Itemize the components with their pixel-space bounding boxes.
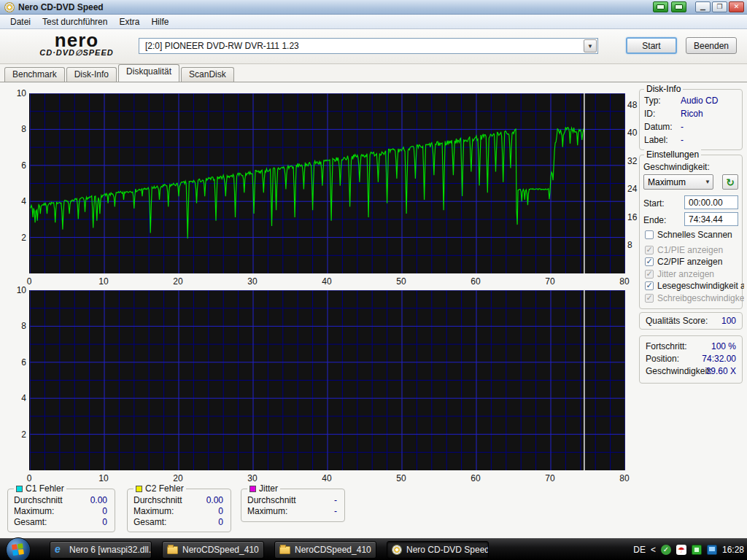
- geschwindigkeit-value: 39.60 X: [706, 366, 736, 376]
- checkbox-icon: [645, 270, 654, 279]
- windows-logo-icon: [12, 543, 25, 556]
- screenshot-capture-button[interactable]: [653, 1, 668, 12]
- chevron-down-icon[interactable]: ▼: [584, 39, 597, 52]
- avira-umbrella-icon[interactable]: ☂: [676, 545, 686, 555]
- refresh-button[interactable]: ↻: [722, 174, 738, 190]
- disk-info-title: Disk-Info: [644, 84, 683, 94]
- tab-strip: Benchmark Disk-Info Diskqualität ScanDis…: [0, 64, 747, 82]
- axis-tick-label: 10: [98, 276, 108, 287]
- refresh-arrows-icon: ↻: [726, 176, 735, 188]
- c1-color-swatch: [16, 486, 23, 492]
- taskbar-button-nerocdspeed-1[interactable]: NeroCDSpeed_410: [162, 541, 264, 559]
- taskbar-button-nerocdspeed-2[interactable]: NeroCDSpeed_410: [274, 541, 376, 559]
- checkbox-icon: [645, 246, 654, 254]
- minimize-button[interactable]: ▁: [695, 1, 711, 12]
- checkbox-schnelles-scannen[interactable]: Schnelles Scannen: [645, 230, 744, 240]
- disk-datum-value: -: [681, 122, 684, 132]
- start-button-orb[interactable]: [6, 537, 31, 560]
- power-plug-icon[interactable]: [692, 545, 702, 555]
- fortschritt-value: 100 %: [711, 341, 736, 351]
- clock: 16:28: [722, 545, 744, 555]
- taskbar: e Nero 6 [wnaspi32.dll... NeroCDSpeed_41…: [0, 538, 747, 560]
- restore-icon: ❐: [716, 4, 722, 10]
- tab-benchmark[interactable]: Benchmark: [4, 67, 65, 82]
- app-cd-icon: [4, 2, 15, 12]
- jitter-color-swatch: [249, 486, 256, 492]
- menu-hilfe[interactable]: Hilfe: [145, 15, 174, 28]
- progress-box: Fortschritt: 100 % Position: 74:32.00 Ge…: [639, 335, 743, 384]
- restore-button[interactable]: ❐: [712, 1, 727, 12]
- folder-icon: [167, 546, 178, 554]
- taskbar-button-nero-cddvd-speed[interactable]: Nero CD-DVD Speed: [387, 541, 489, 559]
- c2-fehler-group: C2 Fehler Durchschnitt0.00 Maximum:0 Ges…: [127, 489, 231, 532]
- save-icon: [675, 4, 683, 9]
- taskbar-button-nero6[interactable]: e Nero 6 [wnaspi32.dll...: [50, 541, 152, 559]
- checkbox-schreibgeschwindigkeit: Schreibgeschwindigkei: [645, 293, 744, 303]
- axis-tick-label: 20: [173, 473, 182, 483]
- checkbox-icon[interactable]: [645, 257, 654, 266]
- axis-tick-label: 30: [247, 473, 257, 483]
- checkbox-c2-pif-anzeigen[interactable]: C2/PIF anzeigen: [645, 257, 744, 267]
- errors-chart-canvas: [30, 290, 625, 470]
- c1-fehler-title: C1 Fehler: [26, 483, 64, 494]
- axis-tick-label: 2: [4, 429, 26, 440]
- start-field[interactable]: 00:00.00: [684, 195, 738, 209]
- camera-icon: [657, 4, 665, 9]
- speed-select-value: Maximum: [644, 177, 703, 187]
- axis-tick-label: 60: [471, 276, 480, 287]
- axis-tick-label: 8: [4, 124, 26, 134]
- axis-tick-label: 6: [4, 160, 26, 171]
- safely-remove-icon[interactable]: ✓: [661, 545, 671, 555]
- speed-label: Geschwindigkeit:: [643, 162, 710, 172]
- beenden-button[interactable]: Beenden: [686, 37, 737, 54]
- ende-field-label: Ende:: [643, 215, 666, 225]
- tab-diskqualitaet[interactable]: Diskqualität: [118, 64, 179, 82]
- quality-score-label: Qualitäts Score:: [646, 316, 708, 326]
- window-title: Nero CD-DVD Speed: [18, 2, 651, 12]
- axis-tick-label: 40: [322, 473, 331, 483]
- drive-select[interactable]: [2:0] PIONEER DVD-RW DVR-111 1.23 ▼: [139, 38, 598, 54]
- axis-tick-label: 30: [247, 276, 257, 287]
- jitter-group: Jitter Durchschnitt- Maximum:-: [241, 489, 345, 522]
- close-button[interactable]: ✕: [729, 1, 744, 12]
- top-chart-plot: [29, 93, 624, 273]
- axis-tick-label: 6: [4, 357, 26, 368]
- quality-score-box: Qualitäts Score: 100: [639, 312, 743, 330]
- axis-tick-label: 2: [4, 233, 26, 243]
- close-icon: ✕: [734, 4, 740, 10]
- checkbox-lesegeschwindigkeit[interactable]: Lesegeschwindigkeit a: [645, 281, 744, 291]
- menu-test-durchfuehren[interactable]: Test durchführen: [36, 15, 113, 28]
- toolbar: nero CD·DVD∅SPEED [2:0] PIONEER DVD-RW D…: [0, 29, 747, 64]
- cd-icon: [392, 545, 402, 555]
- axis-tick-label: 50: [396, 473, 406, 483]
- tab-disk-info[interactable]: Disk-Info: [66, 67, 117, 82]
- language-indicator[interactable]: DE: [633, 545, 646, 555]
- position-value: 74:32.00: [702, 354, 736, 364]
- speed-select[interactable]: Maximum ▼: [643, 174, 713, 190]
- titlebar: Nero CD-DVD Speed ▁ ❐ ✕: [0, 0, 747, 15]
- checkbox-icon[interactable]: [645, 281, 654, 290]
- ende-field[interactable]: 74:34.44: [684, 212, 738, 226]
- disk-label-value: -: [681, 135, 684, 145]
- axis-tick-label: 40: [322, 276, 331, 287]
- checkbox-icon[interactable]: [645, 230, 654, 239]
- c2-color-swatch: [136, 486, 142, 492]
- menu-extra[interactable]: Extra: [113, 15, 145, 28]
- checkbox-c1-pie-anzeigen: C1/PIE anzeigen: [645, 245, 744, 255]
- axis-tick-label: 60: [471, 473, 480, 483]
- network-icon[interactable]: [707, 545, 717, 555]
- axis-tick-label: 8: [4, 321, 26, 331]
- disk-id-value: Ricoh: [681, 109, 703, 119]
- start-button[interactable]: Start: [626, 37, 677, 54]
- tab-scandisk[interactable]: ScanDisk: [181, 67, 234, 82]
- tray-chevron[interactable]: <: [651, 545, 656, 555]
- axis-tick-label: 70: [545, 276, 554, 287]
- axis-tick-label: 0: [27, 276, 32, 287]
- quality-score-value: 100: [721, 316, 736, 326]
- axis-tick-label: 10: [4, 88, 26, 98]
- disk-info-group: Disk-Info Typ: Audio CD ID: Ricoh Datum:…: [639, 89, 743, 150]
- screenshot-save-button[interactable]: [671, 1, 686, 12]
- c2-fehler-title: C2 Fehler: [145, 483, 184, 494]
- menu-datei[interactable]: Datei: [4, 15, 36, 28]
- axis-tick-label: 4: [4, 393, 26, 403]
